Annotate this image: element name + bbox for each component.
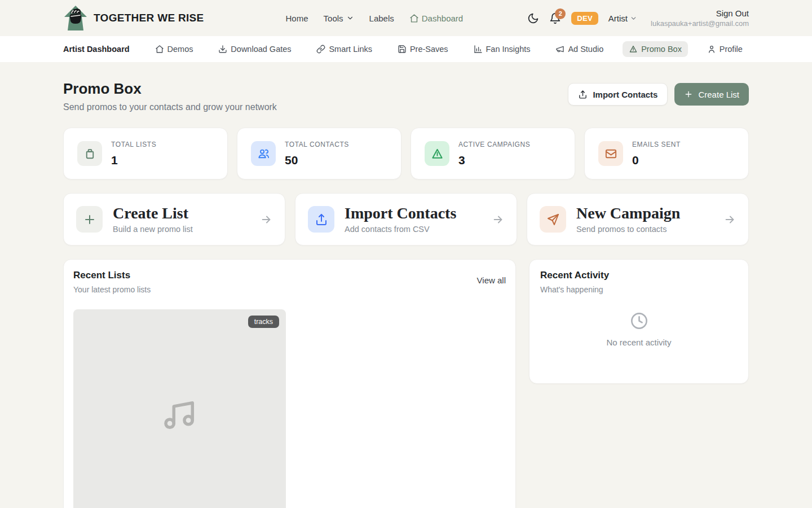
link-icon [316, 45, 325, 54]
stat-label: ACTIVE CAMPAIGNS [458, 141, 530, 148]
arrow-right-icon [492, 213, 504, 226]
upload-icon [578, 90, 588, 99]
role-dropdown[interactable]: Artist [608, 14, 637, 23]
send-icon [540, 206, 566, 233]
top-nav: Home Tools Labels Dashboard [286, 14, 464, 23]
subnav-smart-links[interactable]: Smart Links [310, 41, 378, 57]
subnav-pre-saves[interactable]: Pre-Saves [391, 41, 454, 57]
stat-label: TOTAL LISTS [111, 141, 156, 148]
recent-activity-panel: Recent Activity What's happening No rece… [529, 259, 749, 384]
notifications-button[interactable]: 2 [549, 12, 561, 24]
page-title: Promo Box [63, 80, 277, 98]
notification-count-badge: 2 [555, 8, 566, 19]
logo-fist-arrow-icon [63, 5, 88, 31]
sign-out-link[interactable]: Sign Out [651, 8, 749, 18]
promo-list-card[interactable]: tracks [73, 309, 286, 508]
bottom-panels: Recent Lists Your latest promo lists Vie… [63, 259, 749, 508]
plus-icon [76, 206, 103, 233]
archive-box-icon [77, 141, 102, 166]
nav-home[interactable]: Home [286, 14, 308, 23]
stat-text: TOTAL CONTACTS 50 [285, 141, 349, 167]
nav-labels[interactable]: Labels [369, 14, 394, 23]
recent-lists-header-text: Recent Lists Your latest promo lists [73, 270, 151, 294]
panel-title: Recent Activity [540, 270, 609, 281]
page-header: Promo Box Send promos to your contacts a… [63, 80, 749, 112]
plus-icon [684, 90, 693, 99]
stat-text: TOTAL LISTS 1 [111, 141, 156, 167]
action-title: Create List [113, 205, 193, 221]
subnav-demos[interactable]: Demos [149, 41, 200, 57]
stat-card-total-contacts: TOTAL CONTACTS 50 [237, 128, 401, 179]
stat-value: 3 [458, 154, 530, 167]
download-icon [218, 45, 227, 54]
create-list-card[interactable]: Create List Build a new promo list [63, 193, 285, 246]
subnav-profile[interactable]: Profile [701, 41, 749, 57]
subnav-artist-dashboard[interactable]: Artist Dashboard [63, 41, 136, 57]
nav-tools[interactable]: Tools [324, 14, 354, 23]
panel-title: Recent Lists [73, 270, 151, 281]
stat-label: EMAILS SENT [632, 141, 681, 148]
dark-mode-toggle[interactable] [527, 12, 539, 24]
stat-value: 0 [632, 154, 681, 167]
action-subtitle: Add contacts from CSV [345, 225, 456, 234]
nav-dashboard[interactable]: Dashboard [409, 14, 463, 23]
mail-icon [598, 141, 623, 166]
user-icon [707, 45, 716, 54]
header-actions: Import Contacts Create List [568, 83, 749, 106]
stat-card-total-lists: TOTAL LISTS 1 [63, 128, 228, 179]
import-contacts-button[interactable]: Import Contacts [568, 83, 668, 106]
arrow-right-icon [260, 213, 272, 226]
promo-triangle-icon [629, 45, 638, 54]
home-icon [409, 14, 419, 23]
recent-activity-header: Recent Activity What's happening [540, 270, 738, 294]
recent-lists-panel: Recent Lists Your latest promo lists Vie… [63, 259, 516, 508]
empty-activity-text: No recent activity [606, 338, 671, 347]
create-list-button[interactable]: Create List [674, 83, 749, 106]
action-subtitle: Build a new promo list [113, 225, 193, 234]
activity-empty-state: No recent activity [540, 311, 738, 347]
brand[interactable]: TOGETHER WE RISE [63, 5, 204, 31]
megaphone-icon [555, 45, 564, 54]
action-text: New Campaign Send promos to contacts [576, 205, 680, 233]
subnav-download-gates[interactable]: Download Gates [212, 41, 297, 57]
stats-row: TOTAL LISTS 1 TOTAL CONTACTS 50 ACTIVE C… [63, 128, 749, 179]
dashboard-sub-nav: Artist Dashboard Demos Download Gates Sm… [0, 36, 812, 62]
stat-label: TOTAL CONTACTS [285, 141, 349, 148]
chevron-down-icon [346, 14, 354, 22]
stat-text: ACTIVE CAMPAIGNS 3 [458, 141, 530, 167]
list-type-badge: tracks [248, 316, 279, 328]
page-header-text: Promo Box Send promos to your contacts a… [63, 80, 277, 112]
subnav-promo-box[interactable]: Promo Box [623, 41, 688, 57]
campaign-triangle-icon [425, 141, 449, 166]
subnav-fan-insights[interactable]: Fan Insights [467, 41, 537, 57]
action-subtitle: Send promos to contacts [576, 225, 680, 234]
stat-card-emails-sent: EMAILS SENT 0 [584, 128, 749, 179]
import-contacts-card[interactable]: Import Contacts Add contacts from CSV [295, 193, 517, 246]
bar-chart-icon [474, 45, 483, 54]
new-campaign-card[interactable]: New Campaign Send promos to contacts [527, 193, 749, 246]
view-all-link[interactable]: View all [477, 275, 506, 285]
stat-card-active-campaigns: ACTIVE CAMPAIGNS 3 [411, 128, 575, 179]
panel-subtitle: What's happening [540, 285, 609, 294]
arrow-right-icon [723, 213, 736, 226]
quick-actions-row: Create List Build a new promo list Impor… [63, 193, 749, 246]
recent-lists-header: Recent Lists Your latest promo lists Vie… [73, 270, 506, 294]
account-email: lukaspauka+artist@gmail.com [651, 19, 749, 28]
save-icon [398, 45, 407, 54]
music-note-icon [161, 396, 198, 433]
top-bar: TOGETHER WE RISE Home Tools Labels Dashb… [0, 0, 812, 36]
upload-icon [308, 206, 334, 233]
brand-name: TOGETHER WE RISE [94, 12, 204, 24]
account-block: Sign Out lukaspauka+artist@gmail.com [651, 8, 749, 28]
action-text: Create List Build a new promo list [113, 205, 193, 233]
dev-badge: DEV [571, 12, 598, 25]
page-subtitle: Send promos to your contacts and grow yo… [63, 102, 277, 112]
clock-icon [629, 311, 649, 331]
action-title: New Campaign [576, 205, 680, 221]
subnav-ad-studio[interactable]: Ad Studio [549, 41, 610, 57]
action-text: Import Contacts Add contacts from CSV [345, 205, 456, 233]
home-icon [155, 45, 164, 54]
stat-value: 1 [111, 154, 156, 167]
chevron-down-icon [630, 15, 637, 22]
panel-subtitle: Your latest promo lists [73, 285, 151, 294]
